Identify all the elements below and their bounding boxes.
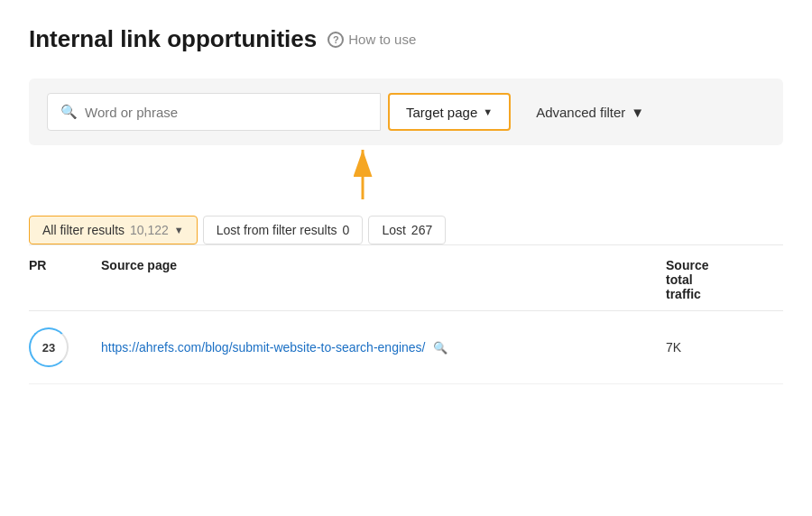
cell-traffic: 7K bbox=[666, 340, 783, 355]
col-pr-header: PR bbox=[29, 258, 101, 272]
tab-lost[interactable]: Lost 267 bbox=[368, 216, 446, 244]
tab-all-chevron-icon: ▼ bbox=[174, 225, 184, 235]
tab-all-label: All filter results bbox=[42, 223, 125, 237]
table-header: PR Source page Sourcetotaltraffic bbox=[29, 245, 783, 311]
target-page-button[interactable]: Target page ▼ bbox=[388, 93, 511, 131]
chevron-down-icon-advanced: ▼ bbox=[631, 105, 644, 120]
advanced-filter-button[interactable]: Advanced filter ▼ bbox=[525, 93, 655, 131]
help-label: How to use bbox=[348, 32, 416, 47]
col-traffic-label: Sourcetotaltraffic bbox=[666, 258, 708, 301]
search-link-icon[interactable]: 🔍 bbox=[433, 341, 448, 355]
cell-pr: 23 bbox=[29, 327, 101, 367]
target-page-label: Target page bbox=[406, 105, 477, 120]
chevron-down-icon: ▼ bbox=[483, 106, 493, 117]
pr-badge: 23 bbox=[29, 327, 69, 367]
search-input-wrap: 🔍 bbox=[47, 93, 381, 131]
col-traffic-header: Sourcetotaltraffic bbox=[666, 258, 783, 301]
filter-bar: 🔍 Target page ▼ Advanced filter ▼ bbox=[47, 93, 765, 131]
tab-lost-filter-count: 0 bbox=[343, 223, 350, 237]
header-row: Internal link opportunities ? How to use bbox=[29, 25, 783, 53]
how-to-use-link[interactable]: ? How to use bbox=[328, 32, 416, 48]
tab-all-count: 10,122 bbox=[130, 223, 169, 237]
tab-all-filter-results[interactable]: All filter results 10,122 ▼ bbox=[29, 216, 198, 244]
cell-source: https://ahrefs.com/blog/submit-website-t… bbox=[101, 340, 666, 355]
source-url-link[interactable]: https://ahrefs.com/blog/submit-website-t… bbox=[101, 340, 426, 355]
search-input[interactable] bbox=[85, 105, 367, 120]
search-icon: 🔍 bbox=[60, 104, 78, 120]
table-row: 23 https://ahrefs.com/blog/submit-websit… bbox=[29, 311, 783, 384]
annotation-arrow bbox=[309, 136, 489, 208]
advanced-filter-label: Advanced filter bbox=[536, 105, 625, 120]
pr-value: 23 bbox=[42, 341, 55, 355]
col-source-header: Source page bbox=[101, 258, 666, 272]
page-title: Internal link opportunities bbox=[29, 25, 317, 53]
tab-lost-count: 267 bbox=[411, 223, 432, 237]
tab-lost-filter-label: Lost from filter results bbox=[217, 223, 337, 237]
help-icon: ? bbox=[328, 32, 344, 48]
tab-lost-label: Lost bbox=[382, 223, 405, 237]
tab-lost-from-filter[interactable]: Lost from filter results 0 bbox=[203, 216, 364, 244]
